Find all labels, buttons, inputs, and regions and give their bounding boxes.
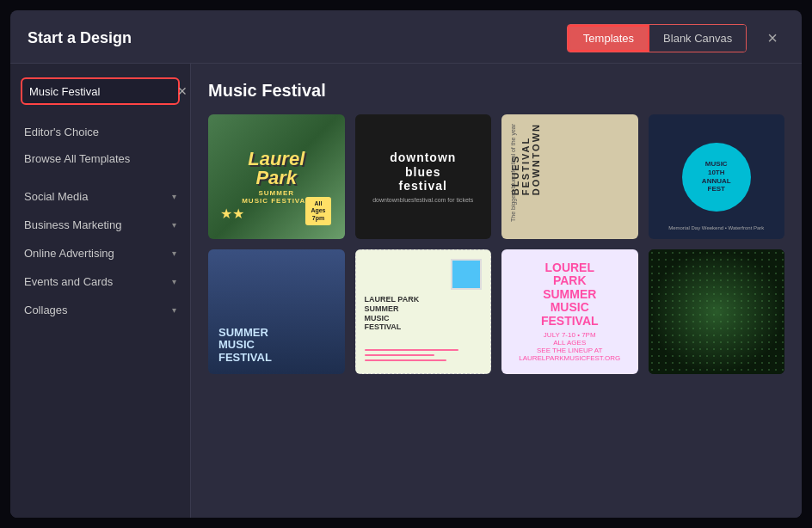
card-1-badge: AllAges7pm [305, 197, 330, 225]
design-modal: Start a Design Templates Blank Canvas × … [10, 10, 802, 518]
sidebar-item-events-cards[interactable]: Events and Cards ▾ [10, 267, 190, 296]
card-1-stars: ★★ [220, 206, 244, 222]
chevron-down-icon: ▾ [172, 192, 176, 201]
template-card-6[interactable]: LAUREL PARKSUMMERMUSICFESTIVAL [355, 249, 492, 374]
card-6-lines [365, 349, 483, 365]
content-title: Music Festival [208, 81, 784, 101]
card-1-sub: SUMMERMUSIC FESTIVAL [242, 189, 311, 205]
card-2-sub: downtownbluesfestival.com for tickets [372, 197, 473, 203]
card-1-title: LaurelPark [242, 150, 311, 187]
card-4-title: MUSIC10THANNUALFEST [702, 160, 731, 193]
template-card-2[interactable]: downtownbluesfestival downtownbluesfesti… [355, 114, 492, 239]
sidebar: ✕ 🔍 Editor's Choice Browse All Templates… [10, 64, 191, 518]
modal-title: Start a Design [28, 29, 132, 47]
template-card-4[interactable]: MUSIC10THANNUALFEST Memorial Day Weekend… [649, 114, 785, 239]
card-6-title: LAUREL PARKSUMMERMUSICFESTIVAL [365, 295, 483, 332]
chevron-down-icon: ▾ [172, 305, 176, 315]
search-input[interactable] [29, 85, 174, 98]
card-8-dots [649, 249, 785, 374]
close-button[interactable]: × [760, 25, 784, 52]
modal-body: ✕ 🔍 Editor's Choice Browse All Templates… [10, 64, 802, 518]
editors-choice-link[interactable]: Editor's Choice [10, 119, 190, 145]
sidebar-item-label: Business Marketing [24, 218, 121, 231]
categories-list: Social Media ▾ Business Marketing ▾ Onli… [10, 182, 190, 324]
content-area: Music Festival LaurelPark SUMMERMUSIC FE… [191, 64, 802, 518]
search-clear-button[interactable]: ✕ [174, 84, 191, 98]
card-7-sub: JULY 7-10 • 7PMALL AGESSEE THE LINEUP AT… [519, 331, 620, 362]
blank-canvas-tab[interactable]: Blank Canvas [649, 25, 746, 52]
modal-overlay: Start a Design Templates Blank Canvas × … [0, 0, 812, 528]
chevron-down-icon: ▾ [172, 277, 176, 286]
template-card-8[interactable] [649, 249, 785, 374]
card-5-title: SUMMERMusicFestival [218, 327, 272, 364]
card-2-title: downtownbluesfestival [372, 150, 473, 193]
template-card-3[interactable]: BLUESFESTIVALDOWNTOWN The biggest blues … [501, 114, 638, 239]
search-box: ✕ 🔍 [21, 77, 180, 105]
tab-group: Templates Blank Canvas [567, 24, 747, 52]
template-card-7[interactable]: LOURELPARKSUMMERMUSICFESTIVAL JULY 7-10 … [501, 249, 638, 374]
chevron-down-icon: ▾ [172, 220, 176, 230]
card-3-sub: The biggest blues festival of the year [510, 124, 516, 222]
template-card-5[interactable]: SUMMERMusicFestival [208, 249, 345, 374]
sidebar-item-collages[interactable]: Collages ▾ [10, 296, 190, 324]
sidebar-item-label: Online Advertising [24, 247, 114, 260]
sidebar-item-social-media[interactable]: Social Media ▾ [10, 182, 190, 211]
card-6-stamp [451, 259, 482, 290]
browse-all-link[interactable]: Browse All Templates [10, 145, 190, 172]
sidebar-item-business-marketing[interactable]: Business Marketing ▾ [10, 211, 190, 239]
card-4-event: Memorial Day Weekend • Waterfront Park [668, 225, 764, 230]
chevron-down-icon: ▾ [172, 249, 176, 258]
templates-tab[interactable]: Templates [568, 25, 649, 52]
template-card-1[interactable]: LaurelPark SUMMERMUSIC FESTIVAL ★★ AllAg… [208, 114, 345, 239]
templates-grid: LaurelPark SUMMERMUSIC FESTIVAL ★★ AllAg… [208, 114, 784, 374]
sidebar-item-label: Events and Cards [24, 275, 113, 288]
sidebar-links-group: Editor's Choice Browse All Templates [10, 119, 190, 172]
sidebar-item-online-advertising[interactable]: Online Advertising ▾ [10, 239, 190, 267]
header-right: Templates Blank Canvas × [567, 24, 784, 52]
sidebar-item-label: Collages [24, 304, 68, 316]
modal-header: Start a Design Templates Blank Canvas × [10, 10, 802, 64]
card-7-title: LOURELPARKSUMMERMUSICFESTIVAL [519, 261, 620, 328]
sidebar-item-label: Social Media [24, 190, 88, 203]
